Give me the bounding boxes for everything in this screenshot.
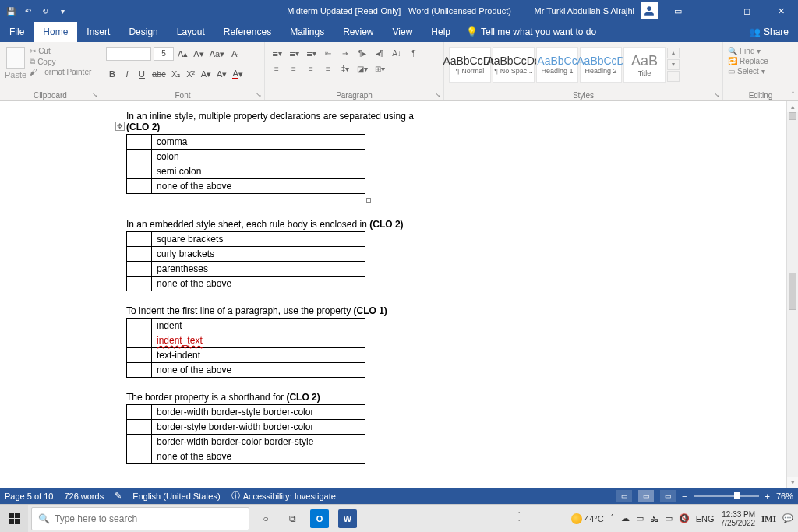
tab-view[interactable]: View xyxy=(383,22,422,42)
scroll-up-icon[interactable]: ▴ xyxy=(787,101,798,112)
minimize-icon[interactable]: — xyxy=(698,0,726,22)
scroll-down-icon[interactable]: ▾ xyxy=(787,477,798,488)
rtl-button[interactable]: ◂¶ xyxy=(373,47,387,59)
vertical-scrollbar[interactable]: ▴ ▾ xyxy=(786,101,798,488)
align-left-button[interactable]: ≡ xyxy=(270,62,284,75)
word-app[interactable]: W xyxy=(334,505,362,533)
ribbon-display-options-icon[interactable]: ▭ xyxy=(664,0,692,22)
scroll-thumb[interactable] xyxy=(789,112,796,120)
sort-button[interactable]: A↓ xyxy=(390,47,404,59)
outlook-app[interactable]: O xyxy=(305,505,334,533)
accessibility-indicator[interactable]: ⓘAccessibility: Investigate xyxy=(231,490,336,502)
page-indicator[interactable]: Page 5 of 10 xyxy=(5,491,53,501)
dialog-launcher-icon[interactable]: ↘ xyxy=(92,91,98,99)
web-layout-button[interactable]: ▭ xyxy=(660,490,676,502)
onedrive-icon[interactable]: ☁ xyxy=(621,513,630,523)
decrease-indent-button[interactable]: ⇤ xyxy=(321,47,335,59)
print-layout-button[interactable]: ▭ xyxy=(638,490,654,502)
word-count[interactable]: 726 words xyxy=(64,491,104,501)
volume-icon[interactable]: 🔇 xyxy=(679,513,690,523)
weather-widget[interactable]: 44°C xyxy=(571,513,604,524)
zoom-slider[interactable] xyxy=(694,495,759,497)
document-area[interactable]: In an inline style, multiple property de… xyxy=(0,101,798,488)
save-icon[interactable]: 💾 xyxy=(5,5,17,17)
bullets-button[interactable]: ≣▾ xyxy=(270,47,284,59)
tell-me-search[interactable]: 💡 Tell me what you want to do xyxy=(466,22,596,42)
search-input[interactable] xyxy=(55,513,242,524)
input-language[interactable]: ENG xyxy=(696,514,715,523)
replace-button[interactable]: 🔁Replace xyxy=(728,57,768,65)
italic-button[interactable]: I xyxy=(121,67,133,81)
highlight-button[interactable]: A▾ xyxy=(215,67,228,81)
style-no-spacing[interactable]: AaBbCcDd¶ No Spac... xyxy=(493,47,535,83)
style-normal[interactable]: AaBbCcDd¶ Normal xyxy=(449,47,491,83)
strikethrough-button[interactable]: abc xyxy=(150,67,168,81)
show-marks-button[interactable]: ¶ xyxy=(407,47,421,59)
taskbar-search[interactable]: 🔍 xyxy=(31,507,249,530)
style-heading2[interactable]: AaBbCcDHeading 2 xyxy=(580,47,622,83)
find-button[interactable]: 🔍Find▾ xyxy=(728,47,768,55)
close-icon[interactable]: ✕ xyxy=(767,0,795,22)
tab-file[interactable]: File xyxy=(0,22,34,42)
styles-scroll[interactable]: ▴▾⋯ xyxy=(667,48,680,82)
grow-font-button[interactable]: A▴ xyxy=(176,47,189,61)
tab-mailings[interactable]: Mailings xyxy=(281,22,334,42)
tab-insert[interactable]: Insert xyxy=(77,22,119,42)
increase-indent-button[interactable]: ⇥ xyxy=(338,47,352,59)
chevron-up-icon[interactable]: ˄ xyxy=(517,511,521,519)
table-move-handle-icon[interactable]: ✥ xyxy=(115,122,125,131)
numbering-button[interactable]: ≣▾ xyxy=(287,47,301,59)
shrink-font-button[interactable]: A▾ xyxy=(192,47,205,61)
cortana-button[interactable]: ○ xyxy=(252,505,279,533)
styles-gallery[interactable]: AaBbCcDd¶ Normal AaBbCcDd¶ No Spac... Aa… xyxy=(449,47,680,83)
multilevel-list-button[interactable]: ≣▾ xyxy=(304,47,318,59)
battery-icon[interactable]: ▭ xyxy=(665,513,673,523)
borders-button[interactable]: ⊞▾ xyxy=(373,62,387,75)
change-case-button[interactable]: Aa▾ xyxy=(208,47,226,61)
zoom-in-button[interactable]: + xyxy=(765,491,770,501)
language-indicator[interactable]: English (United States) xyxy=(132,491,221,501)
tab-review[interactable]: Review xyxy=(334,22,383,42)
paste-button[interactable]: Paste xyxy=(5,47,26,79)
clear-formatting-button[interactable]: A̶ xyxy=(228,47,241,61)
tab-layout[interactable]: Layout xyxy=(168,22,214,42)
scroll-thumb[interactable] xyxy=(789,273,796,310)
redo-icon[interactable]: ↻ xyxy=(39,5,51,17)
undo-icon[interactable]: ↶ xyxy=(22,5,34,17)
ltr-button[interactable]: ¶▸ xyxy=(355,47,369,59)
ime-icon[interactable]: IMI xyxy=(761,514,776,523)
tab-help[interactable]: Help xyxy=(422,22,460,42)
spellcheck-indicator[interactable]: ✎ xyxy=(115,491,122,501)
text-effects-button[interactable]: A▾ xyxy=(200,67,213,81)
read-mode-button[interactable]: ▭ xyxy=(616,490,632,502)
clock[interactable]: 12:33 PM 7/25/2022 xyxy=(721,510,756,527)
superscript-button[interactable]: X² xyxy=(185,67,197,81)
shading-button[interactable]: ◪▾ xyxy=(355,62,369,75)
format-painter-button[interactable]: 🖌Format Painter xyxy=(30,68,91,76)
underline-button[interactable]: U xyxy=(136,67,148,81)
share-button[interactable]: 👥 Share xyxy=(740,22,798,42)
tab-references[interactable]: References xyxy=(214,22,281,42)
cut-button[interactable]: ✂Cut xyxy=(30,47,91,55)
start-button[interactable] xyxy=(0,505,28,533)
chevron-down-icon[interactable]: ˅ xyxy=(517,519,521,527)
dialog-launcher-icon[interactable]: ↘ xyxy=(256,91,262,99)
tray-overflow-icon[interactable]: ˄ xyxy=(610,513,615,523)
zoom-level[interactable]: 76% xyxy=(776,491,793,501)
justify-button[interactable]: ≡ xyxy=(321,62,335,75)
style-heading1[interactable]: AaBbCcHeading 1 xyxy=(536,47,578,83)
copy-button[interactable]: ⧉Copy xyxy=(30,57,91,66)
line-spacing-button[interactable]: ‡▾ xyxy=(338,62,352,75)
font-color-button[interactable]: A▾ xyxy=(231,67,244,81)
network-icon[interactable]: 🖧 xyxy=(650,514,659,523)
action-center-icon[interactable]: 💬 xyxy=(782,513,793,523)
align-right-button[interactable]: ≡ xyxy=(304,62,318,75)
tab-home[interactable]: Home xyxy=(34,22,77,42)
font-name-combo[interactable] xyxy=(106,47,151,61)
customize-qat-icon[interactable]: ▾ xyxy=(56,5,69,17)
bold-button[interactable]: B xyxy=(106,67,118,81)
task-view-button[interactable]: ⧉ xyxy=(279,505,305,533)
subscript-button[interactable]: X₂ xyxy=(170,67,182,81)
maximize-icon[interactable]: ◻ xyxy=(733,0,761,22)
style-title[interactable]: AaBTitle xyxy=(623,47,666,83)
